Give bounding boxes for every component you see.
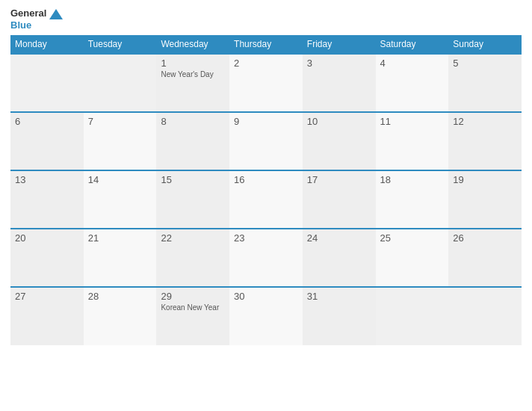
day-number: 17 xyxy=(307,174,371,185)
day-cell: 31 xyxy=(303,287,376,345)
day-number: 4 xyxy=(380,58,445,69)
weekday-header-sunday: Sunday xyxy=(448,35,522,54)
day-number: 7 xyxy=(88,116,152,127)
day-number: 3 xyxy=(307,58,371,69)
week-row-4: 20212223242526 xyxy=(10,229,522,287)
svg-marker-0 xyxy=(49,9,63,19)
day-number: 1 xyxy=(161,58,225,69)
logo: General Blue xyxy=(10,7,63,31)
day-number: 10 xyxy=(307,116,371,127)
day-cell: 26 xyxy=(448,229,522,287)
weekday-header-wednesday: Wednesday xyxy=(156,35,229,54)
weekday-header-thursday: Thursday xyxy=(229,35,303,54)
day-number: 23 xyxy=(234,232,298,244)
weekday-header-monday: Monday xyxy=(10,35,84,54)
day-cell: 29Korean New Year xyxy=(156,287,229,345)
day-cell: 1New Year's Day xyxy=(156,54,229,112)
day-cell: 8 xyxy=(156,112,229,170)
day-cell: 24 xyxy=(303,229,376,287)
day-number: 29 xyxy=(161,291,225,302)
day-cell: 10 xyxy=(303,112,376,170)
day-cell: 7 xyxy=(84,112,157,170)
day-number: 6 xyxy=(15,116,79,127)
day-cell: 14 xyxy=(84,170,157,229)
day-cell: 23 xyxy=(229,229,303,287)
day-cell: 25 xyxy=(376,229,449,287)
day-cell xyxy=(10,54,84,112)
holiday-label: New Year's Day xyxy=(161,70,225,78)
day-cell: 11 xyxy=(376,112,449,170)
day-cell: 6 xyxy=(10,112,84,170)
day-cell: 17 xyxy=(303,170,376,229)
day-number: 24 xyxy=(307,232,371,244)
day-number: 18 xyxy=(380,174,445,185)
day-cell: 4 xyxy=(376,54,449,112)
day-number: 19 xyxy=(453,174,517,185)
day-cell: 20 xyxy=(10,229,84,287)
day-number: 13 xyxy=(15,174,79,185)
day-cell: 16 xyxy=(229,170,303,229)
weekday-header-tuesday: Tuesday xyxy=(84,35,157,54)
day-number: 14 xyxy=(88,174,152,185)
day-cell: 2 xyxy=(229,54,303,112)
week-row-2: 6789101112 xyxy=(10,112,522,170)
day-cell: 21 xyxy=(84,229,157,287)
day-number: 2 xyxy=(234,58,298,69)
day-cell: 18 xyxy=(376,170,449,229)
day-number: 22 xyxy=(161,232,225,244)
day-cell: 3 xyxy=(303,54,376,112)
day-number: 21 xyxy=(88,232,152,244)
day-number: 28 xyxy=(88,291,152,302)
calendar-header: General Blue xyxy=(10,7,522,31)
logo-blue-text: Blue xyxy=(10,19,31,31)
day-number: 25 xyxy=(380,232,445,244)
day-cell xyxy=(84,54,157,112)
day-number: 15 xyxy=(161,174,225,185)
day-cell: 22 xyxy=(156,229,229,287)
day-number: 12 xyxy=(453,116,517,127)
weekday-header-saturday: Saturday xyxy=(376,35,449,54)
day-number: 20 xyxy=(15,232,79,244)
day-cell: 19 xyxy=(448,170,522,229)
day-number: 5 xyxy=(453,58,517,69)
logo-icon xyxy=(49,9,63,19)
day-cell: 9 xyxy=(229,112,303,170)
week-row-1: 1New Year's Day2345 xyxy=(10,54,522,112)
day-cell: 30 xyxy=(229,287,303,345)
day-cell: 12 xyxy=(448,112,522,170)
day-number: 16 xyxy=(234,174,298,185)
day-cell: 27 xyxy=(10,287,84,345)
week-row-5: 272829Korean New Year3031 xyxy=(10,287,522,345)
day-number: 27 xyxy=(15,291,79,302)
day-number: 26 xyxy=(453,232,517,244)
day-cell: 28 xyxy=(84,287,157,345)
weekday-header-friday: Friday xyxy=(303,35,376,54)
day-number: 31 xyxy=(307,291,371,302)
day-number: 30 xyxy=(234,291,298,302)
day-cell: 5 xyxy=(448,54,522,112)
day-number: 11 xyxy=(380,116,445,127)
calendar-container: General Blue MondayTuesdayWednesdayThurs… xyxy=(0,0,532,411)
day-cell: 13 xyxy=(10,170,84,229)
logo-text: General xyxy=(10,7,63,19)
weekday-header-row: MondayTuesdayWednesdayThursdayFridaySatu… xyxy=(10,35,522,54)
day-number: 8 xyxy=(161,116,225,127)
calendar-table: MondayTuesdayWednesdayThursdayFridaySatu… xyxy=(10,35,522,345)
day-cell: 15 xyxy=(156,170,229,229)
day-number: 9 xyxy=(234,116,298,127)
holiday-label: Korean New Year xyxy=(161,303,225,312)
day-cell xyxy=(448,287,522,345)
week-row-3: 13141516171819 xyxy=(10,170,522,229)
day-cell xyxy=(376,287,449,345)
